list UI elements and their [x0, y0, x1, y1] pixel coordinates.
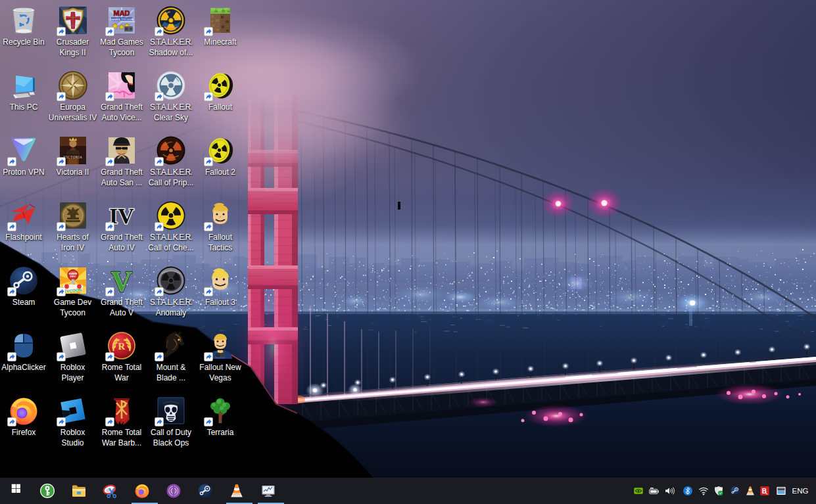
svg-text:GAMES TYCOON: GAMES TYCOON — [110, 18, 133, 21]
svg-text:B: B — [762, 488, 767, 495]
svg-text:R: R — [118, 341, 126, 352]
svg-text:VICTORIA: VICTORIA — [63, 155, 82, 159]
svg-text:DEV: DEV — [70, 275, 76, 278]
svg-text:MAD: MAD — [113, 9, 130, 17]
